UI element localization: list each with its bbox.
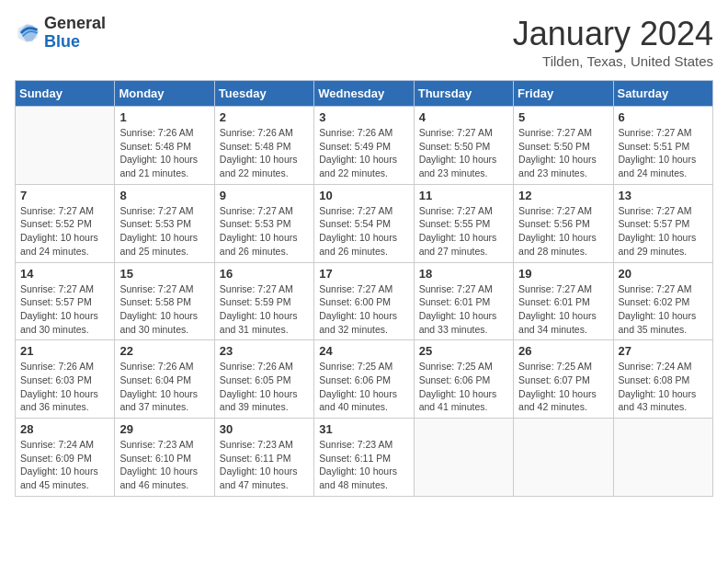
day-number: 16 <box>220 267 309 281</box>
day-info: Sunrise: 7:25 AM Sunset: 6:07 PM Dayligh… <box>518 360 608 414</box>
calendar-body: 1Sunrise: 7:26 AM Sunset: 5:48 PM Daylig… <box>16 107 713 497</box>
calendar-cell <box>514 419 613 497</box>
calendar-week-row: 14Sunrise: 7:27 AM Sunset: 5:57 PM Dayli… <box>16 262 713 340</box>
calendar-cell: 28Sunrise: 7:24 AM Sunset: 6:09 PM Dayli… <box>16 419 115 497</box>
day-number: 22 <box>119 344 209 358</box>
calendar-header-row: SundayMondayTuesdayWednesdayThursdayFrid… <box>16 81 713 107</box>
day-info: Sunrise: 7:27 AM Sunset: 5:51 PM Dayligh… <box>619 126 708 180</box>
day-info: Sunrise: 7:24 AM Sunset: 6:09 PM Dayligh… <box>20 438 109 492</box>
day-number: 4 <box>419 110 508 124</box>
calendar-cell <box>16 107 115 185</box>
calendar-cell: 9Sunrise: 7:27 AM Sunset: 5:53 PM Daylig… <box>214 184 313 262</box>
day-info: Sunrise: 7:27 AM Sunset: 5:55 PM Dayligh… <box>419 204 508 259</box>
day-number: 24 <box>319 344 408 358</box>
day-number: 3 <box>319 110 408 124</box>
day-number: 14 <box>20 267 109 281</box>
day-number: 29 <box>119 422 209 436</box>
day-header-friday: Friday <box>514 81 613 107</box>
calendar-cell: 13Sunrise: 7:27 AM Sunset: 5:57 PM Dayli… <box>613 184 712 262</box>
day-info: Sunrise: 7:27 AM Sunset: 6:00 PM Dayligh… <box>319 282 408 337</box>
day-number: 5 <box>518 110 608 124</box>
calendar-cell: 27Sunrise: 7:24 AM Sunset: 6:08 PM Dayli… <box>613 340 712 419</box>
day-info: Sunrise: 7:27 AM Sunset: 6:01 PM Dayligh… <box>518 282 608 337</box>
calendar-cell: 14Sunrise: 7:27 AM Sunset: 5:57 PM Dayli… <box>16 262 115 340</box>
calendar-cell: 24Sunrise: 7:25 AM Sunset: 6:06 PM Dayli… <box>314 340 414 419</box>
calendar-cell: 23Sunrise: 7:26 AM Sunset: 6:05 PM Dayli… <box>214 340 313 419</box>
calendar-cell: 11Sunrise: 7:27 AM Sunset: 5:55 PM Dayli… <box>414 184 513 262</box>
day-info: Sunrise: 7:27 AM Sunset: 5:59 PM Dayligh… <box>220 282 309 337</box>
day-number: 20 <box>619 267 708 281</box>
day-info: Sunrise: 7:27 AM Sunset: 5:53 PM Dayligh… <box>220 204 309 259</box>
page-header: General Blue January 2024 Tilden, Texas,… <box>15 15 713 69</box>
day-info: Sunrise: 7:27 AM Sunset: 6:02 PM Dayligh… <box>619 282 708 337</box>
day-header-thursday: Thursday <box>414 81 513 107</box>
calendar-cell: 2Sunrise: 7:26 AM Sunset: 5:48 PM Daylig… <box>214 107 313 185</box>
logo-icon <box>15 20 40 46</box>
day-info: Sunrise: 7:26 AM Sunset: 5:48 PM Dayligh… <box>220 126 309 180</box>
calendar-cell: 15Sunrise: 7:27 AM Sunset: 5:58 PM Dayli… <box>115 262 214 340</box>
day-info: Sunrise: 7:23 AM Sunset: 6:11 PM Dayligh… <box>319 438 408 492</box>
day-info: Sunrise: 7:27 AM Sunset: 5:50 PM Dayligh… <box>419 126 508 180</box>
day-number: 12 <box>518 189 608 202</box>
day-number: 30 <box>220 422 309 436</box>
logo-general-text: General <box>44 14 106 32</box>
day-number: 28 <box>20 422 109 436</box>
day-info: Sunrise: 7:26 AM Sunset: 6:05 PM Dayligh… <box>220 360 309 414</box>
day-number: 26 <box>518 344 608 358</box>
calendar-cell: 26Sunrise: 7:25 AM Sunset: 6:07 PM Dayli… <box>514 340 613 419</box>
day-number: 2 <box>220 110 309 124</box>
day-header-wednesday: Wednesday <box>314 81 414 107</box>
day-info: Sunrise: 7:23 AM Sunset: 6:11 PM Dayligh… <box>220 438 309 492</box>
calendar-cell: 3Sunrise: 7:26 AM Sunset: 5:49 PM Daylig… <box>314 107 414 185</box>
calendar-cell <box>613 419 712 497</box>
calendar-cell: 5Sunrise: 7:27 AM Sunset: 5:50 PM Daylig… <box>514 107 613 185</box>
calendar-cell: 6Sunrise: 7:27 AM Sunset: 5:51 PM Daylig… <box>613 107 712 185</box>
day-header-monday: Monday <box>115 81 214 107</box>
calendar-cell: 17Sunrise: 7:27 AM Sunset: 6:00 PM Dayli… <box>314 262 414 340</box>
calendar-cell: 7Sunrise: 7:27 AM Sunset: 5:52 PM Daylig… <box>16 184 115 262</box>
calendar-week-row: 1Sunrise: 7:26 AM Sunset: 5:48 PM Daylig… <box>16 107 713 185</box>
calendar-cell: 25Sunrise: 7:25 AM Sunset: 6:06 PM Dayli… <box>414 340 513 419</box>
day-info: Sunrise: 7:26 AM Sunset: 5:49 PM Dayligh… <box>319 126 408 180</box>
title-block: January 2024 Tilden, Texas, United State… <box>513 15 713 69</box>
day-number: 27 <box>619 344 708 358</box>
day-info: Sunrise: 7:26 AM Sunset: 6:03 PM Dayligh… <box>20 360 109 414</box>
day-number: 25 <box>419 344 508 358</box>
day-number: 9 <box>220 189 309 202</box>
calendar-cell: 19Sunrise: 7:27 AM Sunset: 6:01 PM Dayli… <box>514 262 613 340</box>
calendar-cell: 12Sunrise: 7:27 AM Sunset: 5:56 PM Dayli… <box>514 184 613 262</box>
calendar-cell: 21Sunrise: 7:26 AM Sunset: 6:03 PM Dayli… <box>16 340 115 419</box>
calendar-cell: 8Sunrise: 7:27 AM Sunset: 5:53 PM Daylig… <box>115 184 214 262</box>
calendar-cell: 10Sunrise: 7:27 AM Sunset: 5:54 PM Dayli… <box>314 184 414 262</box>
day-number: 6 <box>619 110 708 124</box>
day-info: Sunrise: 7:26 AM Sunset: 5:48 PM Dayligh… <box>119 126 209 180</box>
day-number: 7 <box>20 189 109 202</box>
day-number: 17 <box>319 267 408 281</box>
day-number: 10 <box>319 189 408 202</box>
day-header-sunday: Sunday <box>16 81 115 107</box>
day-header-tuesday: Tuesday <box>214 81 313 107</box>
day-info: Sunrise: 7:27 AM Sunset: 5:56 PM Dayligh… <box>518 204 608 259</box>
day-header-saturday: Saturday <box>613 81 712 107</box>
day-info: Sunrise: 7:27 AM Sunset: 5:54 PM Dayligh… <box>319 204 408 259</box>
logo: General Blue <box>15 15 106 52</box>
calendar-week-row: 7Sunrise: 7:27 AM Sunset: 5:52 PM Daylig… <box>16 184 713 262</box>
day-info: Sunrise: 7:23 AM Sunset: 6:10 PM Dayligh… <box>119 438 209 492</box>
day-number: 18 <box>419 267 508 281</box>
calendar-week-row: 21Sunrise: 7:26 AM Sunset: 6:03 PM Dayli… <box>16 340 713 419</box>
day-number: 19 <box>518 267 608 281</box>
calendar-cell: 30Sunrise: 7:23 AM Sunset: 6:11 PM Dayli… <box>214 419 313 497</box>
day-info: Sunrise: 7:26 AM Sunset: 6:04 PM Dayligh… <box>119 360 209 414</box>
calendar-cell: 4Sunrise: 7:27 AM Sunset: 5:50 PM Daylig… <box>414 107 513 185</box>
day-info: Sunrise: 7:27 AM Sunset: 5:58 PM Dayligh… <box>119 282 209 337</box>
calendar-cell: 29Sunrise: 7:23 AM Sunset: 6:10 PM Dayli… <box>115 419 214 497</box>
day-info: Sunrise: 7:27 AM Sunset: 5:52 PM Dayligh… <box>20 204 109 259</box>
day-info: Sunrise: 7:25 AM Sunset: 6:06 PM Dayligh… <box>319 360 408 414</box>
day-number: 1 <box>119 110 209 124</box>
day-number: 21 <box>20 344 109 358</box>
day-number: 15 <box>119 267 209 281</box>
day-info: Sunrise: 7:27 AM Sunset: 5:57 PM Dayligh… <box>619 204 708 259</box>
calendar-cell: 31Sunrise: 7:23 AM Sunset: 6:11 PM Dayli… <box>314 419 414 497</box>
calendar-title: January 2024 <box>513 15 713 53</box>
day-number: 23 <box>220 344 309 358</box>
